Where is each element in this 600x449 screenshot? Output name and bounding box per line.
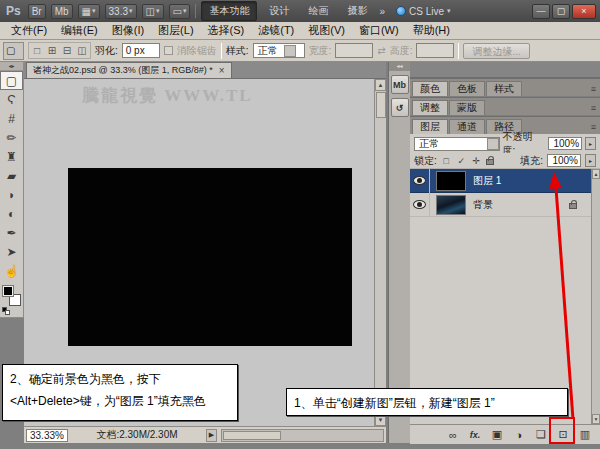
width-input[interactable]	[335, 43, 373, 58]
tab-layers[interactable]: 图层	[412, 119, 448, 134]
menu-view[interactable]: 视图(V)	[301, 21, 352, 40]
pen-tool[interactable]: ✒	[0, 223, 23, 242]
lock-pixels-icon[interactable]: ✓	[456, 156, 467, 166]
adjustment-layer-icon[interactable]: ◑	[512, 429, 526, 441]
layer1-thumbnail[interactable]	[436, 171, 466, 191]
antialias-checkbox[interactable]	[164, 46, 173, 55]
add-layer-mask-icon[interactable]: ▣	[490, 428, 504, 441]
foreground-color-swatch[interactable]	[2, 285, 14, 297]
workspace-design-button[interactable]: 设计	[262, 2, 296, 20]
fill-spinner-icon[interactable]: ▸	[585, 154, 596, 167]
vertical-scrollbar[interactable]: ▲ ▼	[374, 79, 386, 426]
feather-input[interactable]: 0 px	[122, 43, 160, 58]
hand-tool[interactable]: ☝	[0, 261, 23, 280]
status-flyout-button[interactable]: ▶	[206, 429, 217, 442]
horizontal-scrollbar[interactable]	[221, 429, 384, 442]
tab-color[interactable]: 颜色	[412, 81, 448, 96]
launch-bridge-button[interactable]: Br	[28, 4, 46, 19]
status-zoom-input[interactable]: 33.33%	[26, 429, 68, 442]
blur-tool[interactable]: ◗	[0, 185, 23, 204]
dodge-tool[interactable]: ◐	[0, 204, 23, 223]
rectangular-marquee-tool[interactable]: ▢	[0, 71, 23, 90]
lock-position-icon[interactable]: ✛	[471, 156, 482, 166]
layer-style-icon[interactable]: fx.	[468, 430, 482, 440]
brush-tool[interactable]: ✏	[0, 128, 23, 147]
restore-button[interactable]: ▢	[552, 4, 570, 19]
clone-stamp-tool[interactable]: ♜	[0, 147, 23, 166]
zoom-level-dropdown[interactable]: 33.3▾	[105, 4, 137, 19]
menu-edit[interactable]: 编辑(E)	[54, 21, 105, 40]
filled-black-layer-canvas[interactable]	[68, 168, 352, 346]
cs-live-button[interactable]: CS Live ▾	[396, 6, 451, 17]
panel-menu-icon[interactable]: ≡	[591, 122, 598, 134]
layer-row-background[interactable]: 背景	[410, 193, 591, 217]
menu-help[interactable]: 帮助(H)	[406, 21, 457, 40]
menu-file[interactable]: 文件(F)	[4, 21, 54, 40]
panel-menu-icon[interactable]: ≡	[591, 84, 598, 96]
workspace-essentials-button[interactable]: 基本功能	[201, 1, 257, 21]
history-panel-button[interactable]: ↺	[391, 98, 409, 117]
panel-menu-icon[interactable]: ≡	[591, 103, 598, 115]
minimize-button[interactable]: —	[532, 4, 550, 19]
minibridge-panel-button[interactable]: Mb	[391, 75, 409, 94]
close-document-icon[interactable]: ×	[219, 65, 225, 76]
visibility-toggle[interactable]	[410, 169, 430, 193]
menu-image[interactable]: 图像(I)	[105, 21, 151, 40]
blend-mode-select[interactable]: 正常 ▾	[414, 137, 500, 151]
lasso-tool[interactable]: Ϛ	[0, 90, 23, 109]
add-selection-icon[interactable]: ⊞	[45, 45, 59, 56]
tab-channels[interactable]: 通道	[449, 119, 485, 134]
view-extras-button[interactable]: ◫▾	[142, 4, 164, 19]
fill-input[interactable]: 100%	[547, 154, 581, 167]
scroll-up-icon[interactable]: ▲	[592, 169, 600, 179]
opacity-input[interactable]: 100%	[548, 137, 582, 150]
vertical-scroll-thumb[interactable]	[376, 92, 386, 118]
arrange-documents-button[interactable]: ▦▾	[78, 4, 100, 19]
refine-edge-button[interactable]: 调整边缘...	[463, 43, 529, 59]
height-input[interactable]	[416, 43, 454, 58]
background-thumbnail[interactable]	[436, 195, 466, 215]
delete-layer-icon[interactable]: ▥	[578, 428, 592, 441]
intersect-selection-icon[interactable]: ◫	[75, 45, 89, 56]
menu-window[interactable]: 窗口(W)	[352, 21, 406, 40]
opacity-spinner-icon[interactable]: ▸	[585, 137, 596, 150]
crop-tool[interactable]: #	[0, 109, 23, 128]
swap-dimensions-icon[interactable]: ⇄	[377, 45, 385, 56]
layer-row-layer1[interactable]: 图层 1	[410, 169, 591, 193]
scroll-down-icon[interactable]: ▼	[592, 414, 600, 424]
toolbar-collapse-toggle[interactable]: ◂▸	[0, 62, 23, 71]
feather-label: 羽化:	[95, 44, 118, 58]
menu-layer[interactable]: 图层(L)	[151, 21, 200, 40]
new-group-icon[interactable]: ❏	[534, 428, 548, 441]
visibility-toggle[interactable]	[410, 193, 430, 217]
close-button[interactable]: ×	[572, 4, 596, 19]
tab-styles[interactable]: 样式	[486, 81, 522, 96]
horizontal-scroll-thumb[interactable]	[223, 431, 281, 440]
eraser-tool[interactable]: ▰	[0, 166, 23, 185]
scroll-up-icon[interactable]: ▲	[375, 79, 386, 91]
tab-swatches[interactable]: 色板	[449, 81, 485, 96]
workspace-photography-button[interactable]: 摄影	[340, 2, 374, 20]
screen-mode-button[interactable]: ▭▾	[169, 4, 191, 19]
path-selection-tool[interactable]: ➤	[0, 242, 23, 261]
lock-transparency-icon[interactable]: □	[441, 156, 452, 166]
subtract-selection-icon[interactable]: ⊟	[60, 45, 74, 56]
workspace-overflow-button[interactable]: »	[379, 6, 385, 17]
launch-minibridge-button[interactable]: Mb	[51, 4, 73, 19]
link-layers-icon[interactable]: ∞	[446, 429, 460, 441]
layer-name[interactable]: 背景	[473, 198, 493, 212]
tool-preset-picker[interactable]: ▢ ▾	[3, 42, 24, 60]
tab-masks[interactable]: 蒙版	[449, 100, 485, 115]
layer-name[interactable]: 图层 1	[473, 174, 501, 188]
style-select[interactable]: 正常 ▾	[253, 43, 305, 58]
document-tab[interactable]: 诸神之战02.psd @ 33.3% (图层 1, RGB/8#) * ×	[26, 62, 232, 78]
new-selection-icon[interactable]: □	[30, 45, 44, 56]
default-colors-icon[interactable]	[2, 307, 10, 315]
dock-collapse-toggle[interactable]: ◂◂	[389, 62, 410, 71]
menu-filter[interactable]: 滤镜(T)	[251, 21, 301, 40]
lock-all-icon[interactable]	[486, 159, 494, 165]
workspace-painting-button[interactable]: 绘画	[301, 2, 335, 20]
tab-adjustments[interactable]: 调整	[412, 100, 448, 115]
layers-scrollbar[interactable]: ▲ ▼	[591, 169, 600, 424]
menu-select[interactable]: 选择(S)	[201, 21, 252, 40]
